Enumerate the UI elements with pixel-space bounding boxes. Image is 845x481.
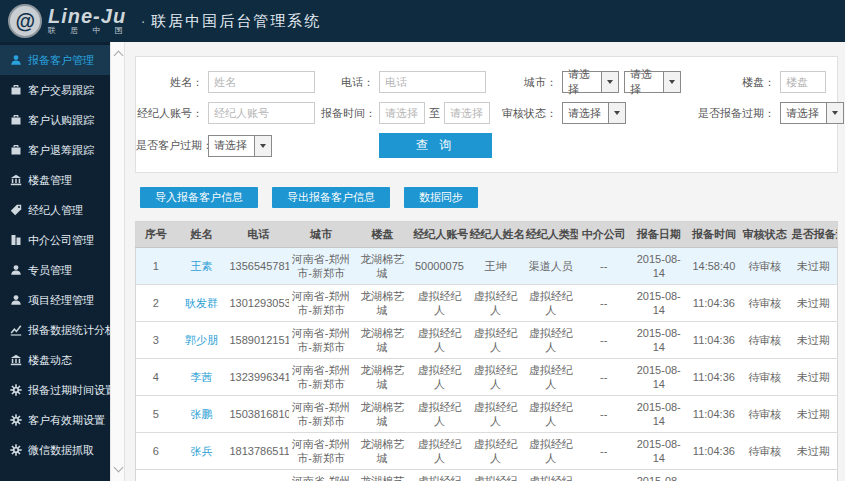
sidebar-item-9[interactable]: 项目经理管理 (0, 285, 110, 315)
sidebar-item-11[interactable]: 楼盘动态 (0, 345, 110, 375)
cell: 15090007970 (227, 470, 289, 481)
building-input[interactable] (780, 71, 826, 93)
cell: 13565457812 (227, 248, 289, 285)
cell: -- (578, 285, 630, 322)
cell: 虚拟经纪人 (411, 396, 467, 433)
customer-expired-select[interactable]: 请选择 (208, 135, 272, 157)
column-header: 经纪人类型 (524, 222, 578, 248)
sidebar-item-10[interactable]: 报备数据统计分析 (0, 315, 110, 345)
cell: 河南省-郑州市-新郑市 (289, 470, 353, 481)
report-time-from-input[interactable] (379, 102, 425, 124)
import-customers-button[interactable]: 导入报备客户信息 (140, 187, 258, 208)
briefcase-icon (10, 114, 22, 126)
sidebar-item-1[interactable]: 报备客户管理 (0, 45, 110, 75)
cell: 2015-08-14 (630, 248, 688, 285)
sidebar-item-5[interactable]: 楼盘管理 (0, 165, 110, 195)
sidebar-item-label: 项目经理管理 (28, 293, 94, 308)
cell: 7 (136, 470, 176, 481)
filter-panel: 姓名： 电话： 城市： 请选择 请选择 楼盘： 经纪人账号： 报备时间： (135, 56, 838, 173)
phone-label: 电话： (321, 75, 379, 90)
cell-name: 郭少朋 (176, 322, 228, 359)
customer-name-link[interactable]: 张兵 (190, 445, 212, 457)
data-sync-button[interactable]: 数据同步 (404, 187, 478, 208)
to-label: 至 (429, 106, 440, 121)
report-time-to-input[interactable] (444, 102, 490, 124)
chevron-down-icon (608, 103, 625, 123)
sidebar-item-3[interactable]: 客户认购跟踪 (0, 105, 110, 135)
export-customers-button[interactable]: 导出报备客户信息 (272, 187, 390, 208)
cell: 6 (136, 433, 176, 470)
cell: 1 (136, 248, 176, 285)
cell: 4 (136, 359, 176, 396)
cell: 11:04:36 (688, 433, 740, 470)
cell: 5 (136, 396, 176, 433)
report-expired-select[interactable]: 请选择 (780, 102, 844, 124)
tag-icon (10, 204, 22, 216)
table-row: 1王素13565457812河南省-郑州市-新郑市龙湖棉艺城50000075王坤… (136, 248, 838, 285)
cell-name: 刘昊昊 (176, 470, 228, 481)
cell: 虚拟经纪人 (524, 322, 578, 359)
chart-icon (10, 324, 22, 336)
bank-icon (10, 174, 22, 186)
phone-input[interactable] (379, 71, 486, 93)
cell: -- (578, 433, 630, 470)
cell: -- (578, 359, 630, 396)
customer-name-link[interactable]: 张鹏 (190, 408, 212, 420)
building-label: 楼盘： (686, 75, 780, 90)
cell: -- (578, 248, 630, 285)
gear-icon (10, 384, 22, 396)
chevron-up-icon[interactable] (114, 51, 124, 61)
cell: 18137865115 (227, 433, 289, 470)
cell: 虚拟经纪人 (468, 285, 524, 322)
at-icon: @ (8, 4, 42, 38)
cell: 渠道人员 (524, 248, 578, 285)
agent-account-input[interactable] (208, 102, 315, 124)
chevron-down-icon[interactable] (114, 463, 124, 473)
customer-name-link[interactable]: 郭少朋 (185, 334, 218, 346)
sidebar-item-4[interactable]: 客户退筹跟踪 (0, 135, 110, 165)
chevron-down-icon (663, 72, 680, 92)
sidebar-item-6[interactable]: 经纪人管理 (0, 195, 110, 225)
customer-name-link[interactable]: 耿发群 (185, 297, 218, 309)
cell: 14:58:40 (688, 248, 740, 285)
sidebar-item-14[interactable]: 微信数据抓取 (0, 435, 110, 465)
sidebar-item-12[interactable]: 报备过期时间设置 (0, 375, 110, 405)
sidebar-item-label: 客户认购跟踪 (28, 113, 94, 128)
city-city-value: 请选择 (630, 67, 660, 97)
cell: 虚拟经纪人 (411, 322, 467, 359)
gear-icon (10, 444, 22, 456)
cell: 50000075 (411, 248, 467, 285)
cell: 13239963414 (227, 359, 289, 396)
cell: 虚拟经纪人 (468, 470, 524, 481)
query-button[interactable]: 查 询 (379, 133, 492, 158)
cell: 河南省-郑州市-新郑市 (289, 396, 353, 433)
cell: 虚拟经纪人 (411, 433, 467, 470)
cell: 虚拟经纪人 (524, 359, 578, 396)
cell: 待审核 (740, 285, 790, 322)
briefcase-icon (10, 84, 22, 96)
cell: -- (578, 322, 630, 359)
sidebar-scrollbar[interactable] (110, 42, 125, 481)
audit-status-select[interactable]: 请选择 (562, 102, 626, 124)
cell: 待审核 (740, 359, 790, 396)
city-city-select[interactable]: 请选择 (624, 71, 681, 93)
cell: 未过期 (790, 470, 838, 481)
cell: 河南省-郑州市-新郑市 (289, 322, 353, 359)
cell: 虚拟经纪人 (524, 285, 578, 322)
customer-name-link[interactable]: 李茜 (190, 371, 212, 383)
sidebar-item-label: 客户退筹跟踪 (28, 143, 94, 158)
column-header: 审核状态 (740, 222, 790, 248)
city-province-select[interactable]: 请选择 (562, 71, 619, 93)
customer-expired-label: 是否客户过期： (136, 138, 208, 153)
sidebar-item-2[interactable]: 客户交易跟踪 (0, 75, 110, 105)
cell: 虚拟经纪人 (468, 359, 524, 396)
name-input[interactable] (208, 71, 315, 93)
customer-name-link[interactable]: 王素 (190, 260, 212, 272)
sidebar-item-7[interactable]: 中介公司管理 (0, 225, 110, 255)
sidebar-item-13[interactable]: 客户有效期设置 (0, 405, 110, 435)
column-header: 经纪人姓名 (468, 222, 524, 248)
cell: 待审核 (740, 396, 790, 433)
brand-subtitle: 联 居 中 国 (48, 26, 129, 36)
user-icon (10, 264, 22, 276)
sidebar-item-8[interactable]: 专员管理 (0, 255, 110, 285)
